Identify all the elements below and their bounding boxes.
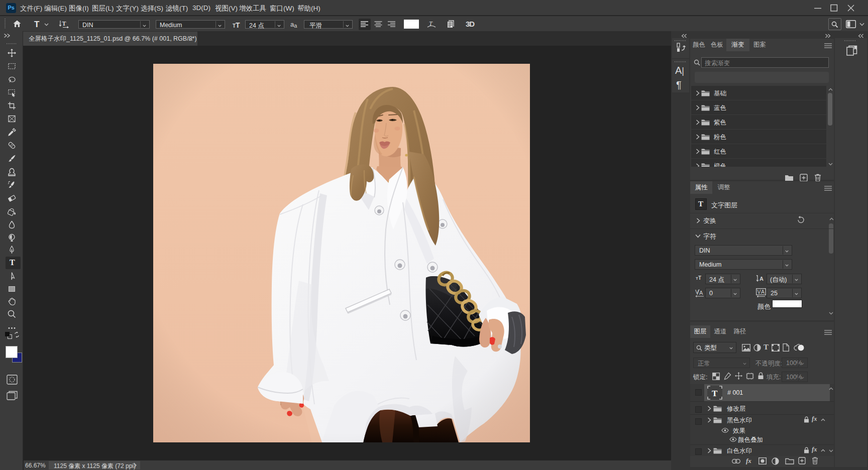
svg-text:T: T xyxy=(712,389,718,398)
svg-text:V: V xyxy=(757,289,761,295)
svg-text:A: A xyxy=(699,290,703,296)
svg-text:A: A xyxy=(761,289,765,295)
svg-text:V: V xyxy=(695,289,699,295)
svg-text:A: A xyxy=(759,276,764,282)
svg-text:T: T xyxy=(62,20,66,27)
